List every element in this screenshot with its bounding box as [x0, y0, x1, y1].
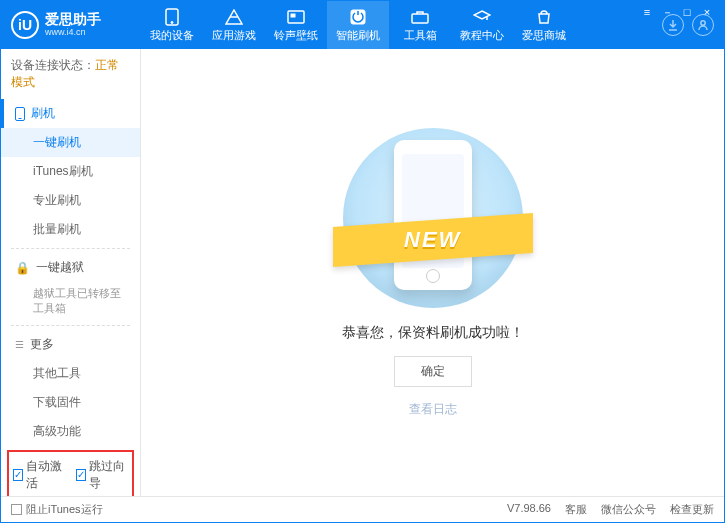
ok-button[interactable]: 确定	[394, 356, 472, 387]
main-nav: 我的设备 应用游戏 铃声壁纸 智能刷机 工具箱 教程中心	[141, 1, 662, 49]
main-content: NEW 恭喜您，保资料刷机成功啦！ 确定 查看日志	[141, 49, 724, 496]
sidebar: 设备连接状态：正常模式 刷机 一键刷机 iTunes刷机 专业刷机 批量刷机 🔒…	[1, 49, 141, 496]
divider	[11, 248, 130, 249]
app-title: 爱思助手	[45, 12, 101, 27]
success-message: 恭喜您，保资料刷机成功啦！	[342, 324, 524, 342]
checkbox-skip-guide[interactable]: ✓ 跳过向导	[76, 458, 129, 492]
close-icon[interactable]: ×	[700, 5, 714, 19]
wallpaper-icon	[287, 8, 305, 26]
divider	[11, 325, 130, 326]
logo: iU 爱思助手 www.i4.cn	[11, 11, 141, 39]
chevron-down-icon: ☰	[15, 339, 24, 350]
checkbox-icon: ✓	[76, 469, 86, 481]
svg-point-1	[171, 21, 173, 23]
svg-point-6	[701, 21, 705, 25]
svg-rect-2	[288, 11, 304, 23]
minimize-icon[interactable]: －	[660, 5, 674, 19]
svg-rect-3	[291, 14, 295, 17]
logo-icon: iU	[11, 11, 39, 39]
wechat-link[interactable]: 微信公众号	[601, 502, 656, 517]
nav-ringtones[interactable]: 铃声壁纸	[265, 1, 327, 49]
nav-tutorials[interactable]: 教程中心	[451, 1, 513, 49]
nav-store[interactable]: 爱思商城	[513, 1, 575, 49]
checkbox-block-itunes[interactable]: 阻止iTunes运行	[11, 502, 103, 517]
status-bar: 阻止iTunes运行 V7.98.66 客服 微信公众号 检查更新	[1, 496, 724, 522]
title-bar: ≡ － □ × iU 爱思助手 www.i4.cn 我的设备 应用游戏 铃声壁纸	[1, 1, 724, 49]
tutorial-icon	[473, 8, 491, 26]
store-icon	[535, 8, 553, 26]
checkbox-auto-activate[interactable]: ✓ 自动激活	[13, 458, 66, 492]
version-label: V7.98.66	[507, 502, 551, 517]
nav-flash[interactable]: 智能刷机	[327, 1, 389, 49]
flash-icon	[349, 8, 367, 26]
sidebar-item-othertools[interactable]: 其他工具	[1, 359, 140, 388]
device-icon	[163, 8, 181, 26]
sidebar-item-pro[interactable]: 专业刷机	[1, 186, 140, 215]
checkbox-icon: ✓	[13, 469, 23, 481]
view-log-link[interactable]: 查看日志	[409, 401, 457, 418]
nav-toolbox[interactable]: 工具箱	[389, 1, 451, 49]
apps-icon	[225, 8, 243, 26]
nav-apps[interactable]: 应用游戏	[203, 1, 265, 49]
success-illustration: NEW	[343, 128, 523, 308]
app-url: www.i4.cn	[45, 28, 101, 38]
jailbreak-note: 越狱工具已转移至工具箱	[1, 282, 140, 321]
app-window: ≡ － □ × iU 爱思助手 www.i4.cn 我的设备 应用游戏 铃声壁纸	[0, 0, 725, 523]
toolbox-icon	[411, 8, 429, 26]
sidebar-item-firmware[interactable]: 下载固件	[1, 388, 140, 417]
window-controls: ≡ － □ ×	[640, 5, 714, 19]
nav-my-device[interactable]: 我的设备	[141, 1, 203, 49]
phone-icon	[15, 107, 25, 121]
support-link[interactable]: 客服	[565, 502, 587, 517]
section-flash[interactable]: 刷机	[1, 99, 140, 128]
check-update-link[interactable]: 检查更新	[670, 502, 714, 517]
sidebar-item-itunes[interactable]: iTunes刷机	[1, 157, 140, 186]
svg-rect-5	[412, 14, 428, 23]
menu-icon[interactable]: ≡	[640, 5, 654, 19]
section-more[interactable]: ☰ 更多	[1, 330, 140, 359]
body: 设备连接状态：正常模式 刷机 一键刷机 iTunes刷机 专业刷机 批量刷机 🔒…	[1, 49, 724, 496]
sidebar-item-advanced[interactable]: 高级功能	[1, 417, 140, 446]
checkbox-group-highlight: ✓ 自动激活 ✓ 跳过向导	[7, 450, 134, 496]
lock-icon: 🔒	[15, 261, 30, 275]
maximize-icon[interactable]: □	[680, 5, 694, 19]
checkbox-icon	[11, 504, 22, 515]
sidebar-item-oneclick[interactable]: 一键刷机	[1, 128, 140, 157]
connection-status: 设备连接状态：正常模式	[1, 49, 140, 99]
section-jailbreak[interactable]: 🔒 一键越狱	[1, 253, 140, 282]
sidebar-item-batch[interactable]: 批量刷机	[1, 215, 140, 244]
